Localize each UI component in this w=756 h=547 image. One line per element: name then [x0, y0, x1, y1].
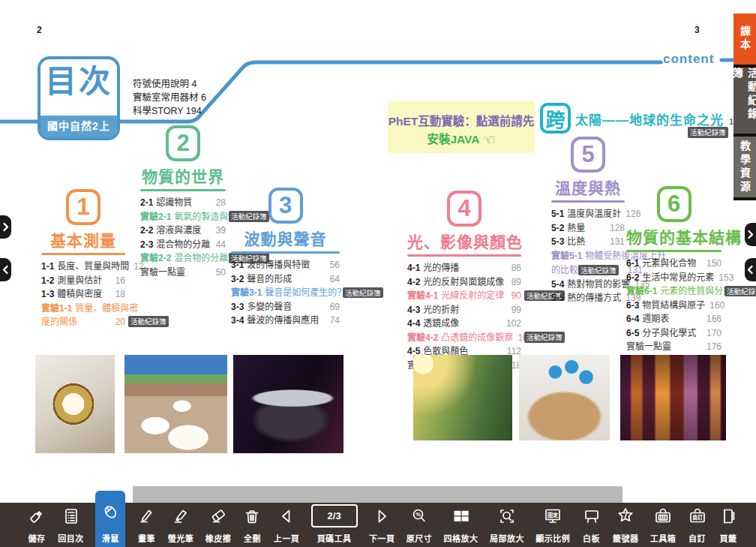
toc-item-label: 透鏡成像 — [423, 319, 459, 329]
toolbar-display-ratio-button[interactable]: 固定顯示比例 — [536, 500, 570, 547]
toolbar-four-grid-zoom-button[interactable]: 四格放大 — [444, 500, 478, 547]
toc-item[interactable]: 1-2測量與估計16 — [41, 276, 125, 286]
toc-experiment-item[interactable]: 實驗2-2混合物的分離46活動紀錄簿 — [140, 254, 226, 263]
toc-item[interactable]: 2-3混合物的分離44 — [140, 240, 226, 250]
toolbar-mouse-button[interactable]: 滑鼠 — [95, 491, 125, 547]
toolbar-eraser-button[interactable]: 橡皮擦 — [206, 500, 232, 547]
toc-item-page: 18 — [111, 290, 125, 299]
toc-item[interactable]: 實驗一點靈176 — [626, 342, 722, 352]
chapter-4-section: 4光、影像與顏色4-1光的傳播864-2光的反射與面鏡成像89實驗4-1光線反射… — [407, 191, 521, 374]
toc-item[interactable]: 6-4週期表166 — [626, 314, 722, 324]
toc-item[interactable]: 3-1波的傳播與特徵56 — [231, 260, 340, 270]
highlighter-icon — [171, 500, 190, 532]
cross-topic-item[interactable]: 太陽——地球的生命之光182 — [575, 110, 742, 128]
front-matter-item[interactable]: 科學STORY 194 — [133, 104, 206, 118]
toc-item-code: 4-2 — [407, 278, 420, 287]
chapter-item-list: 1-1長度、質量與時間121-2測量與估計161-3體積與密度18實驗1-1質量… — [41, 262, 125, 327]
toc-item-page: 160 — [705, 301, 724, 311]
toc-item[interactable]: 5-2熱量128 — [551, 224, 625, 233]
toc-experiment-item[interactable]: 實驗2-1氧氣的製造與性質34活動紀錄簿 — [140, 212, 226, 222]
toc-item-page: 89 — [507, 278, 521, 287]
usb-icon — [27, 500, 46, 532]
toc-item-code: 實驗5-1 — [551, 251, 582, 261]
toc-item[interactable]: 6-3物質結構與原子160 — [626, 301, 722, 311]
toolbar-partial-zoom-button[interactable]: 局部放大 — [490, 500, 524, 547]
toolbar-number-picker-button[interactable]: 7籤號器 — [613, 500, 639, 547]
toc-item[interactable]: 5-4熱對物質的影響135 — [551, 280, 625, 290]
toc-item[interactable]: 5-5熱的傳播方式139 — [551, 293, 625, 303]
toc-item-page: 90 — [507, 291, 521, 301]
tab-teaching-resources[interactable]: 教學資源 — [734, 137, 756, 200]
front-matter-item[interactable]: 實驗室常用器材 6 — [133, 91, 206, 104]
toc-item[interactable]: 3-2聲音的形成64 — [231, 275, 340, 284]
toc-item[interactable]: 1-3體積與密度18 — [41, 290, 125, 299]
toc-experiment-item[interactable]: 實驗1-1質量、體積與密度的關係20活動紀錄簿 — [41, 304, 125, 327]
toc-item[interactable]: 4-3光的折射99 — [407, 305, 521, 315]
chapter-title: 溫度與熱 — [551, 176, 625, 198]
toc-item-label: 元素與化合物 — [642, 259, 696, 269]
toc-item[interactable]: 1-1長度、質量與時間12 — [41, 262, 125, 272]
toc-experiment-item[interactable]: 實驗3-1聲音是如何產生的？64活動紀錄簿 — [231, 288, 340, 298]
toc-item[interactable]: 2-2溶液與濃度39 — [140, 226, 226, 236]
toc-experiment-item[interactable]: 實驗6-1元素的性質與分類153活動紀錄簿 — [626, 287, 722, 296]
toolbar-back-to-toc-button[interactable]: 回目次 — [58, 500, 84, 547]
toc-item-label: 混合物的分離 — [174, 254, 228, 263]
toolbar-pen-button[interactable]: 畫筆 — [136, 500, 156, 547]
toc-item[interactable]: 5-1溫度與溫度計126 — [551, 209, 625, 219]
toolbar-page-tabs-button[interactable]: 頁籤 — [718, 500, 738, 547]
toc-item[interactable]: 4-4透鏡成像102 — [407, 319, 521, 329]
toc-item-page: 128 — [605, 224, 625, 233]
toc-item-code: 6-3 — [626, 301, 639, 311]
page-forward-arrow-left[interactable] — [0, 215, 11, 239]
toolbar-toolbox-button[interactable]: 工具箱 — [650, 500, 676, 547]
toc-item[interactable]: 3-4聲波的傳播與應用74 — [231, 316, 340, 326]
toc-item-page: 153 — [714, 273, 734, 283]
toc-item[interactable]: 6-5分子與化學式170 — [626, 329, 722, 338]
chapter-item-list: 2-1認識物質28實驗2-1氧氣的製造與性質34活動紀錄簿2-2溶液與濃度392… — [140, 198, 226, 278]
svg-text:固定: 固定 — [548, 511, 558, 518]
toc-item-label: 混合物的分離 — [156, 240, 210, 250]
toc-item-label: 長度、質量與時間 — [57, 262, 129, 272]
toc-item[interactable]: 4-1光的傳播86 — [407, 263, 521, 273]
page-back-arrow-left[interactable] — [0, 258, 11, 281]
toolbar-button-label: 橡皮擦 — [206, 532, 232, 544]
toolbar-next-page-button[interactable]: 下一頁 — [369, 500, 395, 547]
toc-item[interactable]: 4-2光的反射與面鏡成像89 — [407, 278, 521, 287]
phet-java-note[interactable]: PhET互動實驗：點選前請先 安裝JAVA☜ — [388, 101, 535, 153]
toc-item[interactable]: 6-1元素與化合物150 — [626, 259, 722, 269]
tab-activity-workbook[interactable]: 活動紀錄簿 — [734, 68, 756, 137]
toolbar-highlighter-button[interactable]: 螢光筆 — [168, 500, 194, 547]
toolbar-prev-page-button[interactable]: 上一頁 — [274, 500, 300, 547]
toc-experiment-item[interactable]: 實驗4-2凸透鏡的成像觀察104活動紀錄簿 — [407, 333, 521, 343]
front-matter-item[interactable]: 符號使用說明 4 — [133, 77, 206, 91]
toolbar-button-label: 滑鼠 — [102, 532, 119, 544]
toc-icon — [62, 500, 81, 532]
toc-item-label: 熱的傳播方式 — [567, 293, 621, 303]
bottom-toolbar: 儲存回目次滑鼠畫筆螢光筆橡皮擦全刪上一頁2/3頁碼工具下一頁%原尺寸四格放大局部… — [0, 503, 756, 547]
toc-item-code: 實驗6-1 — [626, 287, 657, 296]
toc-item-label: 熱對物質的影響 — [567, 280, 630, 290]
toolbar-original-size-button[interactable]: %原尺寸 — [406, 500, 433, 547]
toolbar-save-button[interactable]: 儲存 — [27, 500, 46, 547]
toc-item-label: 質量、體積與密 — [75, 303, 138, 314]
toc-item[interactable]: 2-1認識物質28 — [140, 198, 226, 208]
toolbar-delete-all-button[interactable]: 全刪 — [242, 500, 262, 547]
toc-experiment-item[interactable]: 實驗5-1物體受熱後溫度上升的比較活動紀錄簿131 — [551, 251, 625, 276]
toc-item[interactable]: 實驗一點靈50 — [140, 268, 226, 278]
toc-item[interactable]: 3-3多變的聲音69 — [231, 302, 340, 312]
page-forward-arrow-right[interactable] — [745, 223, 756, 246]
tab-textbook[interactable]: 課本 — [734, 14, 756, 68]
toolbar-whiteboard-button[interactable]: 白板 — [582, 500, 602, 547]
toolbar-page-number-tool-button[interactable]: 2/3頁碼工具 — [311, 500, 358, 547]
toc-item[interactable]: 5-3比熱131 — [551, 237, 625, 247]
toc-item-code: 實驗2-2 — [140, 254, 171, 263]
toc-item-code: 4-1 — [407, 263, 420, 273]
zoom-percent-icon: % — [410, 500, 429, 532]
toolbar-custom-button[interactable]: 自訂自訂 — [688, 500, 707, 547]
toc-item[interactable]: 6-2生活中常見的元素153 — [626, 273, 722, 283]
toc-item-label: 凸透鏡的成像觀察 — [441, 333, 513, 343]
toc-experiment-item[interactable]: 實驗4-1光線反射的定律90活動紀錄簿 — [407, 291, 521, 301]
toc-item-label: 聲波的傳播與應用 — [247, 316, 319, 326]
toc-item-label: 溶液與濃度 — [156, 226, 201, 236]
page-back-arrow-right[interactable] — [745, 258, 756, 281]
